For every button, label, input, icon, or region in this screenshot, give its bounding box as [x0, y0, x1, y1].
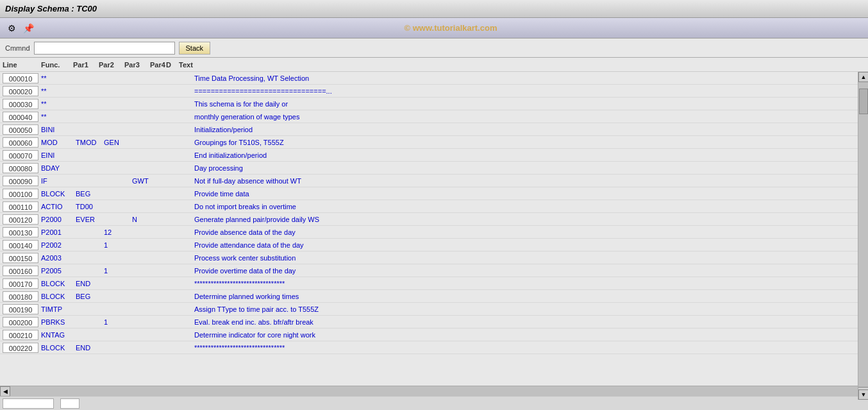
stack-button[interactable]: Stack — [179, 42, 211, 55]
cell-line: 000010 — [3, 73, 41, 83]
table-row[interactable]: 000070 EINI End initialization/period — [0, 149, 858, 162]
table-row[interactable]: 000140 P2002 1 Provide attendance data o… — [0, 239, 858, 252]
cell-text: monthly generation of wage types — [194, 113, 855, 121]
cell-func: ** — [41, 113, 73, 121]
table-row[interactable]: 000170 BLOCK END ***********************… — [0, 277, 858, 290]
col-par4-header: Par4 — [150, 61, 166, 69]
cell-text: Time Data Processing, WT Selection — [194, 74, 855, 82]
scroll-up-button[interactable]: ▲ — [858, 72, 868, 82]
cell-text: End initialization/period — [194, 151, 855, 159]
table-row[interactable]: 000150 A2003 Process work center substit… — [0, 252, 858, 264]
line-box: 000150 — [3, 253, 38, 263]
cell-func: P2001 — [41, 228, 73, 236]
scroll-h-track[interactable] — [10, 386, 858, 397]
line-box: 000020 — [3, 86, 38, 96]
column-header: Line Func. Par1 Par2 Par3 Par4 D Text — [0, 58, 868, 72]
cell-par2: GEN — [104, 139, 129, 146]
table-row[interactable]: 000130 P2001 12 Provide absence data of … — [0, 226, 858, 239]
cell-par1: TMOD — [76, 139, 101, 146]
cell-text: ********************************* — [194, 280, 855, 287]
cell-par2: 1 — [104, 241, 129, 249]
table-row[interactable]: 000200 PBRKS 1 Eval. break end inc. abs.… — [0, 316, 858, 329]
table-row[interactable]: 000030 ** This schema is for the daily o… — [0, 98, 858, 110]
cell-par1: BEG — [76, 293, 101, 300]
scroll-down-button[interactable]: ▼ — [858, 389, 868, 400]
line-box: 000010 — [3, 73, 38, 83]
table-row[interactable]: 000210 KNTAG Determine indicator for cor… — [0, 329, 858, 341]
cell-text: Determine planned working times — [194, 293, 855, 300]
table-row[interactable]: 000060 MOD TMOD GEN Groupings for T510S,… — [0, 136, 858, 149]
line-box: 000210 — [3, 330, 38, 340]
cell-text: Day processing — [194, 164, 855, 172]
table-row[interactable]: 000160 P2005 1 Provide overtime data of … — [0, 264, 858, 277]
settings-icon[interactable]: ⚙ — [5, 22, 18, 35]
cell-par1: EVER — [76, 216, 101, 223]
table-row[interactable]: 000010 ** Time Data Processing, WT Selec… — [0, 72, 858, 85]
cell-par2: 1 — [104, 318, 129, 326]
cell-text: Initialization/period — [194, 126, 855, 133]
cell-func: BLOCK — [41, 280, 73, 287]
line-box: 000200 — [3, 317, 38, 327]
table-row[interactable]: 000090 IF GWT Not if full-day absence wi… — [0, 175, 858, 187]
cell-func: P2002 — [41, 241, 73, 249]
watermark: © www.tutorialkart.com — [405, 23, 497, 33]
cell-line: 000050 — [3, 124, 41, 135]
bottom-cell-2 — [60, 398, 79, 409]
scroll-thumb[interactable] — [859, 89, 868, 114]
table-row[interactable]: 000190 TIMTP Assign TType to time pair a… — [0, 303, 858, 316]
line-box: 000160 — [3, 266, 38, 276]
command-input[interactable] — [34, 42, 175, 55]
line-box: 000070 — [3, 150, 38, 160]
title-text: Display Schema : TC00 — [5, 4, 97, 13]
table-row[interactable]: 000120 P2000 EVER N Generate planned pai… — [0, 213, 858, 226]
cell-func: PBRKS — [41, 318, 73, 326]
line-box: 000030 — [3, 99, 38, 109]
cell-text: Process work center substitution — [194, 254, 855, 262]
pin-icon[interactable]: 📌 — [22, 22, 35, 35]
bottom-scrollbar[interactable]: ◀ ▶ — [0, 386, 868, 396]
table-row[interactable]: 000050 BINI Initialization/period — [0, 123, 858, 136]
table-body: 000010 ** Time Data Processing, WT Selec… — [0, 72, 868, 386]
cell-line: 000140 — [3, 240, 41, 250]
cell-text: Provide overtime data of the day — [194, 267, 855, 275]
table-row[interactable]: 000180 BLOCK BEG Determine planned worki… — [0, 290, 858, 303]
command-label: Cmmnd — [5, 44, 30, 52]
table-row[interactable]: 000080 BDAY Day processing — [0, 162, 858, 175]
cell-par1: TD00 — [76, 203, 101, 210]
table-row[interactable]: 000220 BLOCK END ***********************… — [0, 341, 858, 354]
cell-par3: N — [132, 216, 158, 223]
line-box: 000180 — [3, 291, 38, 302]
line-box: 000050 — [3, 124, 38, 135]
cell-func: BDAY — [41, 164, 73, 172]
table-row[interactable]: 000100 BLOCK BEG Provide time data — [0, 187, 858, 200]
cell-func: ** — [41, 87, 73, 95]
line-box: 000110 — [3, 201, 38, 212]
scroll-track[interactable] — [858, 82, 868, 387]
scroll-left-button[interactable]: ◀ — [0, 386, 10, 397]
col-text-header: Text — [179, 61, 865, 69]
toolbar: ⚙ 📌 © www.tutorialkart.com — [0, 18, 868, 38]
table-row[interactable]: 000040 ** monthly generation of wage typ… — [0, 110, 858, 123]
cell-line: 000130 — [3, 227, 41, 237]
cell-text: ********************************* — [194, 344, 855, 352]
cell-line: 000030 — [3, 99, 41, 109]
cell-text: Eval. break end inc. abs. bfr/aftr break — [194, 318, 855, 326]
cell-line: 000150 — [3, 253, 41, 263]
cell-par1: END — [76, 344, 101, 352]
cell-par1: END — [76, 280, 101, 287]
cell-line: 000070 — [3, 150, 41, 160]
line-box: 000140 — [3, 240, 38, 250]
line-box: 000130 — [3, 227, 38, 237]
cell-func: TIMTP — [41, 305, 73, 313]
vertical-scrollbar[interactable]: ▲ ▼ — [858, 72, 868, 400]
table-row[interactable]: 000020 ** ==============================… — [0, 85, 858, 98]
line-box: 000090 — [3, 176, 38, 186]
table-row[interactable]: 000110 ACTIO TD00 Do not import breaks i… — [0, 200, 858, 213]
line-box: 000170 — [3, 278, 38, 289]
cell-text: ================================... — [194, 87, 855, 95]
line-box: 000060 — [3, 137, 38, 148]
line-box: 000120 — [3, 214, 38, 225]
cell-line: 000020 — [3, 86, 41, 96]
cell-text: Do not import breaks in overtime — [194, 203, 855, 210]
col-func-header: Func. — [41, 61, 73, 69]
